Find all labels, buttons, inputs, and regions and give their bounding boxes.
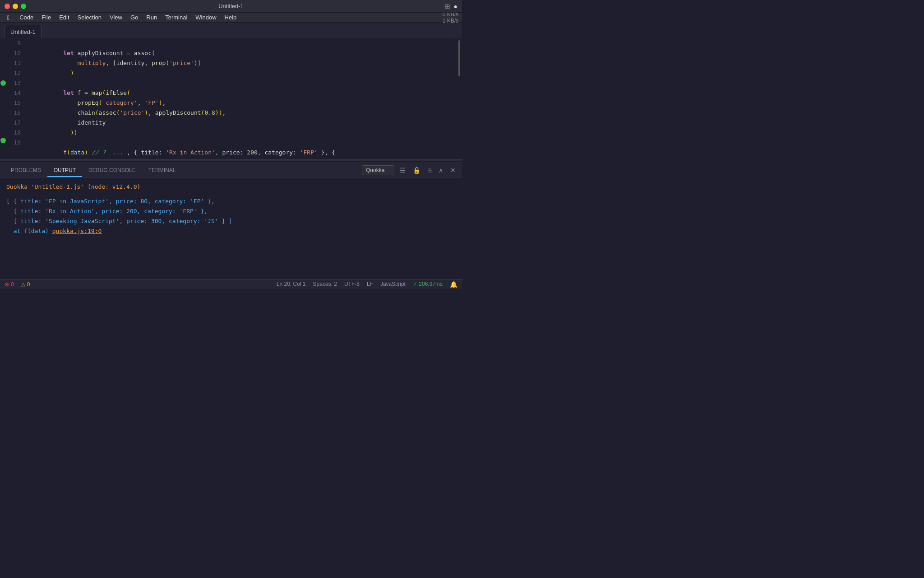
tab-terminal[interactable]: TERMINAL [142, 163, 182, 177]
menu-view[interactable]: View [106, 13, 126, 23]
editor-scrollbar[interactable] [456, 38, 462, 159]
output-line-2: [ { title: 'FP in JavaScript', price: 80… [6, 196, 456, 206]
editor-tab-untitled1[interactable]: Untitled-1 [5, 25, 42, 38]
circle-icon[interactable]: ● [454, 3, 457, 10]
line-numbers: 9 10 11 12 13 14 15 16 17 18 19 [6, 38, 24, 159]
maximize-button[interactable] [21, 4, 26, 9]
minimize-button[interactable] [13, 4, 18, 9]
menu-apple[interactable]:  [4, 13, 13, 23]
close-panel-icon[interactable]: ✕ [448, 166, 457, 175]
line-num-13: 13 [8, 78, 21, 88]
quokka-timing: ✓ 206.97ms [413, 281, 443, 288]
statusbar: ⊗ 0 △ 0 Ln 20, Col 1 Spaces: 2 UTF-8 LF … [0, 279, 462, 289]
code-line-13: let f = map(ifElse( [24, 78, 456, 88]
tab-label: Untitled-1 [10, 25, 36, 39]
menu-run[interactable]: Run [143, 13, 161, 23]
menu-selection[interactable]: Selection [74, 13, 105, 23]
split-editor-icon[interactable]: ⊞ [445, 3, 450, 10]
traffic-lights [5, 4, 26, 9]
copy-icon[interactable]: ⎘ [426, 166, 433, 175]
quokka-header: Quokka 'Untitled-1.js' (node: v12.4.0) [6, 182, 456, 192]
indent-setting[interactable]: Spaces: 2 [313, 281, 337, 288]
line-num-17: 17 [8, 118, 21, 128]
breakpoint-13 [0, 80, 6, 86]
warning-count: △ 0 [21, 281, 30, 288]
error-count: ⊗ 0 [5, 281, 14, 288]
breakpoint-19 [0, 138, 6, 143]
line-num-19: 19 [8, 138, 21, 148]
titlebar-right-controls: ⊞ ● [445, 3, 457, 10]
tab-output[interactable]: OUTPUT [47, 163, 82, 177]
line-num-18: 18 [8, 128, 21, 138]
panel-tab-bar: PROBLEMS OUTPUT DEBUG CONSOLE TERMINAL Q… [0, 162, 462, 177]
output-line-4: { title: 'Speaking JavaScript', price: 3… [6, 216, 456, 226]
line-num-9: 9 [8, 38, 21, 48]
menu-help[interactable]: Help [221, 13, 240, 23]
cursor-position[interactable]: Ln 20, Col 1 [277, 281, 306, 288]
close-button[interactable] [5, 4, 10, 9]
editor-main: 9 10 11 12 13 14 15 16 17 18 19 let appl… [0, 38, 462, 289]
window-title: Untitled-1 [218, 3, 244, 9]
code-line-12 [24, 68, 456, 78]
filter-icon[interactable]: ☰ [398, 166, 407, 175]
panel-header-controls: Quokka ☰ 🔒 ⎘ ∧ ✕ [362, 165, 462, 177]
tab-problems[interactable]: PROBLEMS [5, 163, 47, 177]
menu-edit[interactable]: Edit [55, 13, 73, 23]
line-num-10: 10 [8, 48, 21, 58]
output-source-select[interactable]: Quokka [362, 165, 394, 175]
code-editor[interactable]: 9 10 11 12 13 14 15 16 17 18 19 let appl… [0, 38, 462, 159]
app-window: Untitled-1 ⊞ ●  Code File Edit Selectio… [0, 0, 462, 289]
error-icon: ⊗ [5, 281, 9, 288]
menu-window[interactable]: Window [192, 13, 220, 23]
menu-code[interactable]: Code [16, 13, 37, 23]
menubar:  Code File Edit Selection View Go Run T… [0, 13, 462, 23]
network-stats: 0 KB/s1 KB/s [443, 11, 458, 24]
line-num-12: 12 [8, 68, 21, 78]
lock-icon[interactable]: 🔒 [411, 166, 422, 175]
menu-go[interactable]: Go [127, 13, 142, 23]
menu-terminal[interactable]: Terminal [162, 13, 191, 23]
quokka-link[interactable]: quokka.js:19:0 [52, 228, 102, 234]
panel-output-content: Quokka 'Untitled-1.js' (node: v12.4.0) [… [0, 177, 462, 279]
menu-file[interactable]: File [38, 13, 55, 23]
output-at-line: at f(data) quokka.js:19:0 [6, 226, 456, 236]
code-line-18 [24, 128, 456, 138]
breakpoint-gutter [0, 38, 6, 159]
notifications-icon[interactable]: 🔔 [450, 281, 457, 288]
chevron-up-icon[interactable]: ∧ [437, 166, 445, 175]
code-line-9: let applyDiscount = assoc( [24, 38, 456, 48]
titlebar: Untitled-1 ⊞ ● [0, 0, 462, 13]
line-num-14: 14 [8, 88, 21, 98]
warn-icon: △ [21, 281, 25, 288]
line-num-11: 11 [8, 58, 21, 68]
line-num-16: 16 [8, 108, 21, 118]
language-mode[interactable]: JavaScript [380, 281, 406, 288]
error-num: 0 [11, 281, 14, 288]
code-line-19: f(data) // ? ... , { title: 'Rx in Actio… [24, 138, 456, 148]
warn-num: 0 [27, 281, 30, 288]
output-line-3: { title: 'Rx in Action', price: 200, cat… [6, 206, 456, 216]
line-ending[interactable]: LF [367, 281, 373, 288]
tab-bar: Untitled-1 [0, 23, 462, 38]
status-right: Ln 20, Col 1 Spaces: 2 UTF-8 LF JavaScri… [277, 281, 457, 288]
tab-debug-console[interactable]: DEBUG CONSOLE [82, 163, 142, 177]
line-num-15: 15 [8, 98, 21, 108]
bottom-panel: PROBLEMS OUTPUT DEBUG CONSOLE TERMINAL Q… [0, 162, 462, 279]
code-content[interactable]: let applyDiscount = assoc( multiply, [id… [24, 38, 456, 159]
file-encoding[interactable]: UTF-8 [344, 281, 360, 288]
